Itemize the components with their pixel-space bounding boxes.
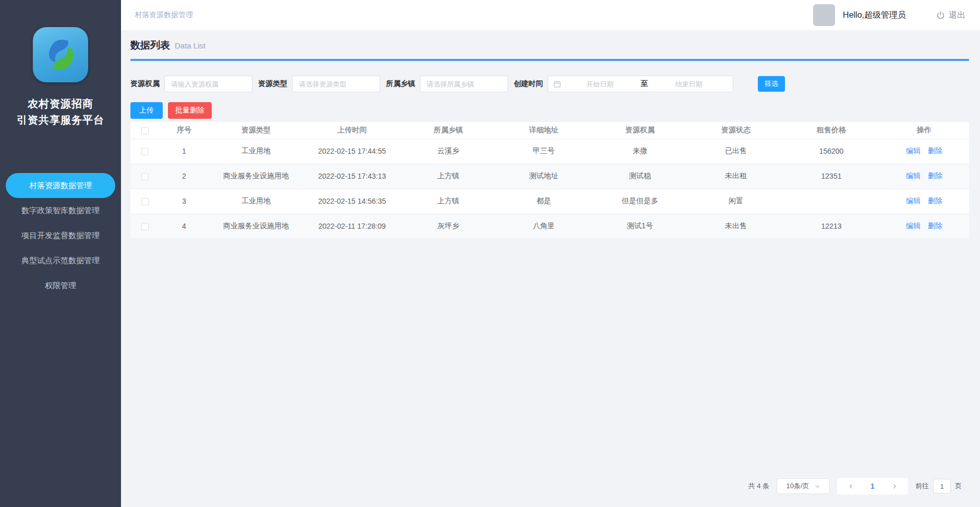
current-page[interactable]: 1 <box>861 482 884 490</box>
town-select[interactable] <box>420 76 508 92</box>
filter-button[interactable]: 筛选 <box>758 76 785 92</box>
goto-page-input[interactable] <box>933 479 951 493</box>
logout-label: 退出 <box>949 10 965 21</box>
sidebar-item-permissions[interactable]: 权限管理 <box>0 273 121 298</box>
sidebar-item-digital-policy[interactable]: 数字政策智库数据管理 <box>0 198 121 223</box>
cell-price: 12213 <box>783 214 879 239</box>
sidebar-item-pilot-demo[interactable]: 典型试点示范数据管理 <box>0 248 121 273</box>
cell-uploaded: 2022-02-15 17:43:13 <box>304 164 401 189</box>
chevron-down-icon <box>815 484 820 489</box>
ownership-label: 资源权属 <box>130 79 160 89</box>
cell-ownership: 测试1号 <box>591 214 688 239</box>
app-window: 农村资源招商 引资共享服务平台 村落资源数据管理 数字政策智库数据管理 项目开发… <box>0 0 980 507</box>
table-row: 2 商业服务业设施用地 2022-02-15 17:43:13 上方镇 测试地址… <box>130 164 969 189</box>
cell-seq: 4 <box>160 214 209 239</box>
sidebar: 农村资源招商 引资共享服务平台 村落资源数据管理 数字政策智库数据管理 项目开发… <box>0 0 121 507</box>
type-label: 资源类型 <box>258 79 287 89</box>
cell-town: 上方镇 <box>401 189 496 214</box>
created-label: 创建时间 <box>514 79 543 89</box>
town-label: 所属乡镇 <box>386 79 415 89</box>
cell-address: 八角里 <box>496 214 591 239</box>
content: 数据列表 Data List 资源权属 资源类型 所属乡镇 <box>121 30 980 507</box>
row-checkbox[interactable] <box>141 198 149 205</box>
delete-link[interactable]: 删除 <box>928 146 942 155</box>
cell-address: 测试地址 <box>496 164 591 189</box>
chevron-right-icon[interactable] <box>884 478 905 494</box>
sidebar-nav: 村落资源数据管理 数字政策智库数据管理 项目开发监督数据管理 典型试点示范数据管… <box>0 173 121 298</box>
app-logo-icon <box>33 27 88 82</box>
logout-button[interactable]: 退出 <box>936 10 965 21</box>
cell-status: 未出租 <box>688 164 783 189</box>
topbar: 村落资源数据管理 Hello,超级管理员 退出 <box>121 0 980 30</box>
cell-ownership: 来撒 <box>591 139 688 164</box>
breadcrumb[interactable]: 村落资源数据管理 <box>135 10 193 20</box>
goto-group: 前往 页 <box>915 479 962 493</box>
date-range-picker[interactable]: 至 <box>548 76 733 92</box>
title-divider <box>130 59 969 61</box>
delete-link[interactable]: 删除 <box>928 196 942 205</box>
header-town: 所属乡镇 <box>401 122 496 139</box>
select-all-checkbox[interactable] <box>141 127 149 134</box>
pagination: 共 4 条 10条/页 1 前往 <box>130 478 969 494</box>
sidebar-item-village-resources[interactable]: 村落资源数据管理 <box>6 173 115 198</box>
cell-seq: 2 <box>160 164 209 189</box>
header-type: 资源类型 <box>209 122 304 139</box>
header-ownership: 资源权属 <box>591 122 688 139</box>
avatar <box>813 4 835 26</box>
cell-type: 商业服务业设施用地 <box>209 164 304 189</box>
calendar-icon <box>553 80 561 88</box>
cell-address: 都是 <box>496 189 591 214</box>
delete-link[interactable]: 删除 <box>928 171 942 180</box>
filter-row: 资源权属 资源类型 所属乡镇 创建时间 <box>130 76 969 92</box>
batch-delete-button[interactable]: 批量删除 <box>168 102 212 119</box>
edit-link[interactable]: 编辑 <box>906 171 921 180</box>
sidebar-item-project-supervision[interactable]: 项目开发监督数据管理 <box>0 223 121 248</box>
date-range-separator: 至 <box>639 79 650 89</box>
pagination-total: 共 4 条 <box>748 481 769 491</box>
end-date-input[interactable] <box>650 80 728 88</box>
upload-button[interactable]: 上传 <box>130 102 163 119</box>
cell-uploaded: 2022-02-15 14:56:35 <box>304 189 401 214</box>
action-row: 上传 批量删除 <box>130 102 969 119</box>
page-size-select[interactable]: 10条/页 <box>777 478 830 494</box>
start-date-input[interactable] <box>561 80 639 88</box>
cell-type: 商业服务业设施用地 <box>209 214 304 239</box>
pager: 1 <box>837 478 908 494</box>
cell-address: 甲三号 <box>496 139 591 164</box>
delete-link[interactable]: 删除 <box>928 221 942 230</box>
table-row: 3 工业用地 2022-02-15 14:56:35 上方镇 都是 但是但是多 … <box>130 189 969 214</box>
cell-price: 156200 <box>783 139 879 164</box>
cell-ownership: 但是但是多 <box>591 189 688 214</box>
header-address: 详细地址 <box>496 122 591 139</box>
table-row: 4 商业服务业设施用地 2022-02-11 17:28:09 灰坪乡 八角里 … <box>130 214 969 239</box>
topbar-right: Hello,超级管理员 退出 <box>813 4 965 26</box>
cell-ownership: 测试稳 <box>591 164 688 189</box>
chevron-left-icon[interactable] <box>840 478 861 494</box>
page-unit-label: 页 <box>955 481 962 491</box>
user-greeting: Hello,超级管理员 <box>843 10 906 21</box>
cell-type: 工业用地 <box>209 139 304 164</box>
filter-group-town: 所属乡镇 <box>386 76 508 92</box>
cell-price <box>783 189 879 214</box>
cell-uploaded: 2022-02-11 17:28:09 <box>304 214 401 239</box>
edit-link[interactable]: 编辑 <box>906 221 921 230</box>
page-size-value: 10条/页 <box>786 481 809 491</box>
edit-link[interactable]: 编辑 <box>906 146 921 155</box>
row-checkbox[interactable] <box>141 223 149 230</box>
goto-label: 前往 <box>915 481 929 491</box>
table-row: 1 工业用地 2022-02-15 17:44:55 云溪乡 甲三号 来撒 已出… <box>130 139 969 164</box>
filter-group-ownership: 资源权属 <box>130 76 252 92</box>
cell-status: 闲置 <box>688 189 783 214</box>
cell-town: 云溪乡 <box>401 139 496 164</box>
cell-seq: 3 <box>160 189 209 214</box>
type-select[interactable] <box>292 76 380 92</box>
row-checkbox[interactable] <box>141 173 149 180</box>
edit-link[interactable]: 编辑 <box>906 196 921 205</box>
cell-seq: 1 <box>160 139 209 164</box>
app-title: 农村资源招商 引资共享服务平台 <box>17 96 104 128</box>
ownership-input[interactable] <box>164 76 252 92</box>
data-table: 序号 资源类型 上传时间 所属乡镇 详细地址 资源权属 资源状态 租售价格 操作 <box>130 122 969 239</box>
row-checkbox[interactable] <box>141 148 149 155</box>
cell-town: 灰坪乡 <box>401 214 496 239</box>
cell-uploaded: 2022-02-15 17:44:55 <box>304 139 401 164</box>
